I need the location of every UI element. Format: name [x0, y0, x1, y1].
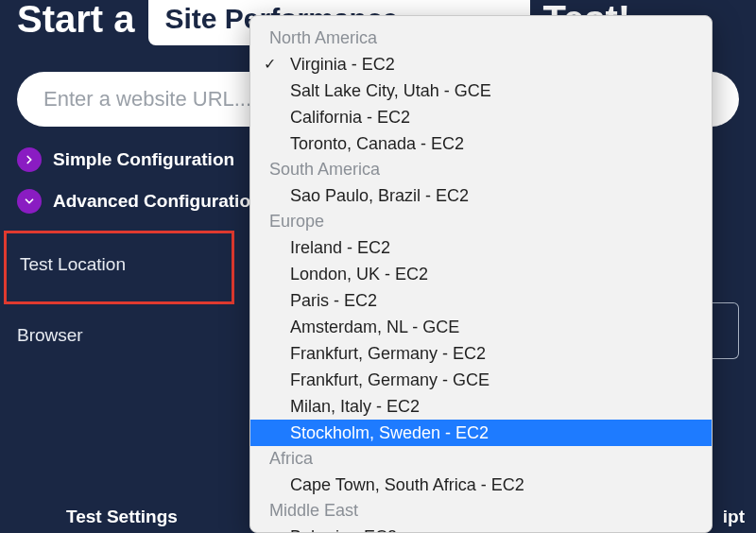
location-group-label: Africa [250, 446, 712, 472]
location-group-label: Europe [250, 209, 712, 234]
location-option-label: Cape Town, South Africa - EC2 [290, 475, 524, 494]
location-option-label: Virginia - EC2 [290, 55, 395, 74]
location-option[interactable]: Milan, Italy - EC2 [250, 393, 712, 420]
simple-config-label: Simple Configuration [53, 149, 234, 170]
location-option-label: California - EC2 [290, 108, 410, 127]
location-dropdown-menu[interactable]: North America✓Virginia - EC2Salt Lake Ci… [249, 15, 713, 533]
location-option[interactable]: Ireland - EC2 [250, 234, 712, 261]
location-option[interactable]: Cape Town, South Africa - EC2 [250, 472, 712, 498]
location-option-label: Salt Lake City, Utah - GCE [290, 81, 491, 100]
location-option-label: Milan, Italy - EC2 [290, 397, 420, 416]
location-option[interactable]: Toronto, Canada - EC2 [250, 130, 712, 157]
url-input-placeholder: Enter a website URL... [43, 87, 251, 112]
location-option[interactable]: ✓Virginia - EC2 [250, 51, 712, 77]
location-option[interactable]: California - EC2 [250, 104, 712, 130]
heading-prefix: Start a [17, 0, 135, 41]
location-group-label: Middle East [250, 498, 712, 524]
location-option-label: Frankfurt, Germany - EC2 [290, 344, 486, 363]
location-group-label: South America [250, 157, 712, 182]
chevron-right-icon [17, 147, 42, 172]
location-option[interactable]: Bahrain - EC2 [250, 524, 712, 532]
location-option-label: Sao Paulo, Brazil - EC2 [290, 186, 469, 205]
tab-test-settings[interactable]: Test Settings [66, 507, 178, 527]
location-option[interactable]: Paris - EC2 [250, 287, 712, 314]
location-option-label: Frankfurt, Germany - GCE [290, 370, 490, 389]
location-group-label: North America [250, 26, 712, 51]
tab-right-partial[interactable]: ipt [723, 507, 745, 527]
location-option-label: Paris - EC2 [290, 291, 377, 310]
check-icon: ✓ [264, 55, 276, 73]
location-option-label: London, UK - EC2 [290, 265, 428, 284]
chevron-down-icon [17, 189, 42, 214]
location-option-label: Stockholm, Sweden - EC2 [290, 423, 489, 442]
location-option[interactable]: Frankfurt, Germany - EC2 [250, 340, 712, 367]
location-option-label: Bahrain - EC2 [290, 527, 397, 533]
location-option-label: Amsterdam, NL - GCE [290, 318, 459, 336]
location-option[interactable]: London, UK - EC2 [250, 261, 712, 287]
test-location-label: Test Location [7, 233, 232, 301]
location-option[interactable]: Frankfurt, Germany - GCE [250, 367, 712, 393]
location-option[interactable]: Sao Paulo, Brazil - EC2 [250, 182, 712, 209]
test-location-highlight: Test Location [4, 231, 234, 304]
location-option[interactable]: Stockholm, Sweden - EC2 [250, 420, 712, 446]
location-option[interactable]: Salt Lake City, Utah - GCE [250, 77, 712, 104]
advanced-config-label: Advanced Configuration [53, 191, 262, 212]
location-option-label: Toronto, Canada - EC2 [290, 134, 464, 153]
location-option-label: Ireland - EC2 [290, 238, 390, 257]
location-option[interactable]: Amsterdam, NL - GCE [250, 314, 712, 340]
